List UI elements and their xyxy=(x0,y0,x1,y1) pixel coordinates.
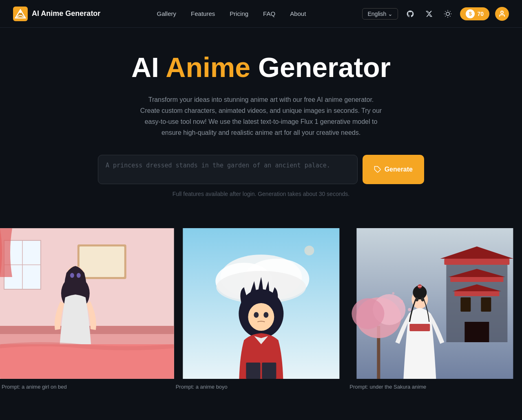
svg-rect-47 xyxy=(455,291,500,296)
gallery-item-2: Prompt: a anime boyo xyxy=(174,228,348,391)
hero-title-highlight: Anime xyxy=(166,52,250,83)
generate-label: Generate xyxy=(385,166,413,173)
github-button[interactable] xyxy=(404,7,417,20)
svg-rect-39 xyxy=(246,363,260,379)
svg-point-37 xyxy=(254,312,259,318)
svg-point-67 xyxy=(416,297,419,301)
hero-title-prefix: AI xyxy=(131,52,166,83)
svg-line-7 xyxy=(445,11,446,11)
gallery-caption-3: Prompt: under the Sakura anime xyxy=(348,380,522,391)
language-selector[interactable]: English ⌄ xyxy=(362,8,398,20)
credits-button[interactable]: $ 70 xyxy=(460,7,489,20)
svg-point-34 xyxy=(304,246,314,255)
svg-point-68 xyxy=(421,297,425,301)
svg-line-11 xyxy=(445,16,446,16)
credits-amount: 70 xyxy=(477,11,484,17)
prompt-note: Full features available after login. Gen… xyxy=(8,191,514,197)
svg-point-26 xyxy=(70,273,74,278)
nav-features[interactable]: Features xyxy=(191,10,215,17)
logo-link[interactable]: AI Anime Generator xyxy=(13,7,100,21)
tag-icon xyxy=(374,166,381,173)
nav-faq[interactable]: FAQ xyxy=(263,10,275,17)
svg-point-13 xyxy=(501,11,503,13)
svg-point-56 xyxy=(400,300,403,303)
hero-title: AI Anime Generator xyxy=(8,52,514,83)
svg-point-38 xyxy=(263,312,268,318)
gallery-item-1: Prompt: a anime girl on bed xyxy=(0,228,174,391)
gallery-caption-1: Prompt: a anime girl on bed xyxy=(0,380,174,391)
nav-gallery[interactable]: Gallery xyxy=(157,10,177,17)
svg-rect-43 xyxy=(445,259,510,265)
prompt-input[interactable] xyxy=(98,155,358,184)
hero-title-suffix: Generator xyxy=(250,52,391,83)
navbar: AI Anime Generator Gallery Features Pric… xyxy=(0,0,522,28)
svg-point-58 xyxy=(408,308,411,311)
logo-text: AI Anime Generator xyxy=(32,9,100,18)
logo-icon xyxy=(13,7,28,21)
svg-rect-49 xyxy=(461,297,471,312)
svg-point-36 xyxy=(248,303,274,331)
gallery-image-2 xyxy=(174,228,348,379)
sun-icon xyxy=(444,10,452,18)
hero-section: AI Anime Generator Transform your ideas … xyxy=(0,28,522,213)
svg-line-12 xyxy=(450,11,451,11)
gallery-image-1 xyxy=(0,228,174,379)
nav-links: Gallery Features Pricing FAQ About xyxy=(157,10,306,17)
nav-right: English ⌄ xyxy=(362,7,509,21)
twitter-button[interactable] xyxy=(422,7,436,20)
svg-rect-40 xyxy=(262,363,276,379)
chevron-down-icon: ⌄ xyxy=(388,11,393,17)
svg-point-27 xyxy=(77,273,81,278)
dollar-icon: $ xyxy=(466,9,475,18)
gallery: Prompt: a anime girl on bed xyxy=(0,228,522,391)
gallery-image-3 xyxy=(348,228,522,379)
nav-pricing[interactable]: Pricing xyxy=(230,10,248,17)
svg-point-55 xyxy=(352,298,385,329)
login-button[interactable] xyxy=(495,7,509,21)
svg-rect-66 xyxy=(410,324,430,331)
svg-rect-21 xyxy=(80,246,124,277)
theme-toggle-button[interactable] xyxy=(441,7,454,20)
svg-point-4 xyxy=(446,12,449,15)
github-icon xyxy=(406,10,414,18)
prompt-bar: Generate xyxy=(98,155,424,184)
gallery-caption-2: Prompt: a anime boyo xyxy=(174,380,348,391)
nav-about[interactable]: About xyxy=(290,10,306,17)
language-label: English xyxy=(367,11,386,17)
svg-rect-50 xyxy=(481,297,491,312)
svg-line-8 xyxy=(450,16,451,16)
user-icon xyxy=(498,10,506,18)
gallery-item-3: Prompt: under the Sakura anime xyxy=(348,228,522,391)
svg-rect-45 xyxy=(451,277,504,282)
svg-point-57 xyxy=(392,292,395,295)
x-icon xyxy=(425,10,433,18)
svg-point-3 xyxy=(19,11,22,13)
svg-rect-51 xyxy=(465,322,489,342)
generate-button[interactable]: Generate xyxy=(363,155,424,184)
hero-description: Transform your ideas into stunning anime… xyxy=(139,94,383,139)
